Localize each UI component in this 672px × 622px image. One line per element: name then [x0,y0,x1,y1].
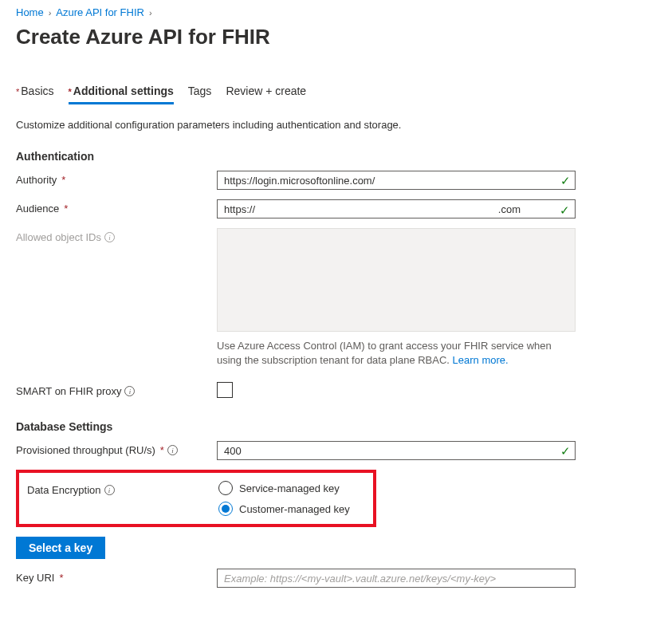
allowed-object-ids-input[interactable] [217,228,576,332]
learn-more-link[interactable]: Learn more. [453,354,509,366]
info-icon[interactable]: i [104,232,115,242]
key-uri-input[interactable] [217,569,576,588]
tabs: *Basics *Additional settings Tags Review… [16,85,656,104]
page-title: Create Azure API for FHIR [16,25,656,49]
info-icon[interactable]: i [167,445,178,455]
throughput-label: Provisioned throughput (RU/s)* i [16,441,217,456]
breadcrumb-level1[interactable]: Azure API for FHIR [56,6,144,18]
smart-on-fhir-label: SMART on FHIR proxy i [16,382,217,397]
smart-on-fhir-checkbox[interactable] [217,382,233,398]
info-icon[interactable]: i [104,485,115,495]
breadcrumb-home[interactable]: Home [16,6,44,18]
audience-input[interactable]: https:// .com ✓ [217,199,576,218]
chevron-right-icon: › [149,8,152,18]
section-database-settings: Database Settings [16,420,656,433]
info-icon[interactable]: i [124,386,135,396]
radio-icon [218,502,233,516]
tab-additional-settings[interactable]: *Additional settings [69,85,174,104]
check-icon: ✓ [560,203,570,218]
radio-label: Service-managed key [239,482,340,494]
tab-basics[interactable]: *Basics [16,85,54,104]
tab-description: Customize additional configuration param… [16,119,656,131]
radio-icon [218,481,233,495]
tab-review-create[interactable]: Review + create [226,85,306,104]
key-uri-label: Key URI* [16,569,217,584]
chevron-right-icon: › [49,8,52,18]
throughput-input[interactable] [217,441,576,460]
allowed-object-ids-label: Allowed object IDs i [16,228,217,243]
helper-text: Use Azure Access Control (IAM) to grant … [217,339,576,368]
radio-customer-managed[interactable]: Customer-managed key [218,502,365,516]
audience-label: Audience* [16,199,217,215]
radio-label: Customer-managed key [239,503,350,515]
select-a-key-button[interactable]: Select a key [16,537,105,559]
authority-input[interactable] [217,171,576,190]
data-encryption-highlight: Data Encryption i Service-managed key Cu… [16,470,376,527]
breadcrumb: Home › Azure API for FHIR › [16,6,656,18]
section-authentication: Authentication [16,150,656,163]
radio-service-managed[interactable]: Service-managed key [218,481,365,495]
tab-tags[interactable]: Tags [188,85,212,104]
authority-label: Authority* [16,171,217,186]
data-encryption-label: Data Encryption i [27,481,218,496]
